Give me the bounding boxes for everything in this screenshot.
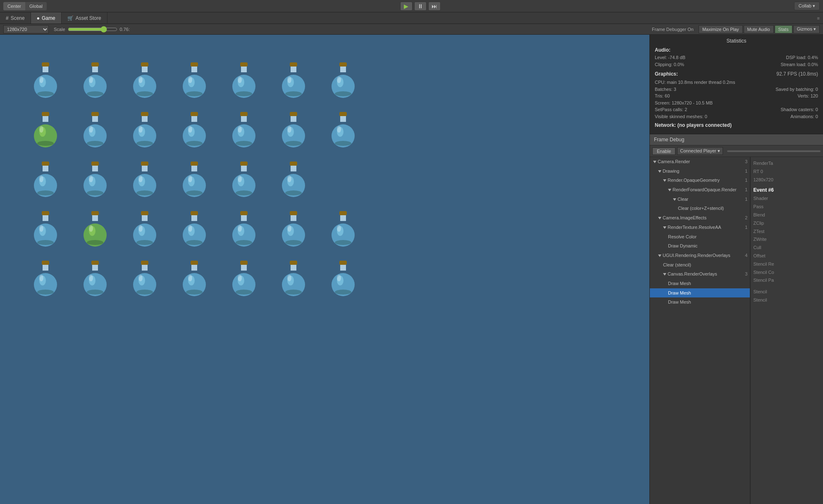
step-button[interactable]: ⏭ xyxy=(428,2,441,11)
bottle-0-0[interactable] xyxy=(25,59,66,101)
bottle-3-6[interactable] xyxy=(322,208,364,250)
tree-item-15[interactable]: Draw Mesh xyxy=(650,297,750,307)
collab-button[interactable]: Collab ▾ xyxy=(794,2,820,10)
global-btn[interactable]: Global xyxy=(25,2,47,10)
pause-button[interactable]: ⏸ xyxy=(414,2,427,11)
connected-player-btn[interactable]: Connected Player ▾ xyxy=(677,147,723,155)
svg-point-196 xyxy=(287,275,291,281)
bottle-1-5[interactable] xyxy=(273,109,314,150)
svg-rect-25 xyxy=(241,67,247,72)
animations: Animations: 0 xyxy=(790,113,818,120)
center-btn[interactable]: Center xyxy=(3,2,25,10)
bottle-3-4[interactable] xyxy=(223,208,265,250)
tree-item-12[interactable]: Canvas.RenderOverlays3 xyxy=(650,269,750,279)
bottle-1-1[interactable] xyxy=(74,109,116,150)
bottle-3-0[interactable] xyxy=(25,208,66,250)
bottle-4-4[interactable] xyxy=(223,258,265,299)
stencil-pa-label: Stencil Pa xyxy=(753,276,821,285)
bottle-4-1[interactable] xyxy=(74,258,116,299)
tree-item-5[interactable]: Clear (color+Z+stencil) xyxy=(650,204,750,213)
play-button[interactable]: ▶ xyxy=(400,2,413,11)
bottle-3-1[interactable] xyxy=(74,208,116,250)
svg-rect-192 xyxy=(290,261,297,265)
maximize-on-play-btn[interactable]: Maximize On Play xyxy=(699,25,743,33)
enable-button[interactable]: Enable xyxy=(652,147,675,155)
frame-tree[interactable]: Camera.Render3Drawing1Render.OpaqueGeome… xyxy=(650,157,750,504)
stats-btn[interactable]: Stats xyxy=(775,25,792,33)
frame-debug-body: Camera.Render3Drawing1Render.OpaqueGeome… xyxy=(650,157,823,504)
bottle-4-3[interactable] xyxy=(174,258,215,299)
bottle-2-6[interactable] xyxy=(322,159,364,200)
bottle-3-3[interactable] xyxy=(174,208,215,250)
bottle-2-1[interactable] xyxy=(74,159,116,200)
tree-item-0[interactable]: Camera.Render3 xyxy=(650,157,750,166)
bottle-2-2[interactable] xyxy=(124,159,165,200)
center-global-toggle[interactable]: Center Global xyxy=(3,2,47,10)
tree-item-3[interactable]: RenderForwardOpaque.Render1 xyxy=(650,185,750,195)
svg-point-130 xyxy=(89,225,93,232)
tree-item-13[interactable]: Draw Mesh xyxy=(650,279,750,288)
tree-item-9[interactable]: Draw Dynamic xyxy=(650,241,750,251)
bottle-3-5[interactable] xyxy=(273,208,314,250)
svg-rect-150 xyxy=(290,211,297,215)
svg-rect-73 xyxy=(291,116,296,122)
bottle-1-6[interactable] xyxy=(322,109,364,150)
bottle-4-0[interactable] xyxy=(25,258,66,299)
svg-point-77 xyxy=(285,141,302,146)
svg-rect-6 xyxy=(91,62,99,67)
svg-point-107 xyxy=(186,190,203,195)
svg-point-136 xyxy=(138,225,143,232)
svg-point-23 xyxy=(186,91,203,96)
bottle-0-4[interactable] xyxy=(223,59,265,101)
tab-scene[interactable]: # Scene xyxy=(0,12,31,24)
tree-item-10[interactable]: UGUI.Rendering.RenderOverlays4 xyxy=(650,251,750,260)
bottle-4-6[interactable] xyxy=(322,258,364,299)
svg-point-65 xyxy=(186,141,203,146)
svg-rect-127 xyxy=(92,215,98,221)
tab-game[interactable]: ● Game xyxy=(31,12,62,24)
bottle-1-3[interactable] xyxy=(174,109,215,150)
svg-rect-121 xyxy=(43,215,48,221)
svg-rect-156 xyxy=(339,211,347,215)
tree-item-1[interactable]: Drawing1 xyxy=(650,166,750,176)
svg-rect-169 xyxy=(92,265,98,271)
bottle-0-6[interactable] xyxy=(322,59,364,101)
svg-point-124 xyxy=(39,225,43,232)
tree-item-14[interactable]: Draw Mesh xyxy=(650,288,750,298)
mute-audio-btn[interactable]: Mute Audio xyxy=(744,25,774,33)
tree-item-7[interactable]: RenderTexture.ResolveAA1 xyxy=(650,223,750,232)
svg-point-101 xyxy=(136,190,153,195)
tree-item-11[interactable]: Clear (stencil) xyxy=(650,260,750,270)
svg-point-88 xyxy=(39,176,43,182)
scene-label: Scene xyxy=(11,15,25,21)
bottle-4-5[interactable] xyxy=(273,258,314,299)
svg-rect-0 xyxy=(42,62,49,67)
bottle-2-5[interactable] xyxy=(273,159,314,200)
tree-item-8[interactable]: Resolve Color xyxy=(650,232,750,242)
scale-slider[interactable] xyxy=(68,26,117,33)
svg-point-95 xyxy=(87,190,103,195)
bottle-0-1[interactable] xyxy=(74,59,116,101)
gizmos-btn[interactable]: Gizmos ▾ xyxy=(793,25,820,33)
svg-point-4 xyxy=(39,76,43,83)
tree-item-2[interactable]: Render.OpaqueGeometry1 xyxy=(650,176,750,185)
bottle-1-2[interactable] xyxy=(124,109,165,150)
bottle-0-5[interactable] xyxy=(273,59,314,101)
bottle-4-2[interactable] xyxy=(124,258,165,299)
tab-asset-store[interactable]: 🛒 Asset Store xyxy=(62,12,107,24)
tree-item-4[interactable]: Clear1 xyxy=(650,195,750,204)
bottle-2-0[interactable] xyxy=(25,159,66,200)
bottle-2-4[interactable] xyxy=(223,159,265,200)
panel-collapse-btn[interactable]: ≡ xyxy=(814,16,823,21)
frame-debug-panel: Frame Debug Enable Connected Player ▾ Ca… xyxy=(650,134,823,504)
bottle-0-3[interactable] xyxy=(174,59,215,101)
bottle-1-0[interactable] xyxy=(25,109,66,150)
screen: Screen: 1280x720 - 10.5 MB xyxy=(655,100,713,107)
bottle-1-4[interactable] xyxy=(223,109,265,150)
bottle-3-2[interactable] xyxy=(124,208,165,250)
bottle-2-3[interactable] xyxy=(174,159,215,200)
tree-item-6[interactable]: Camera.ImageEffects2 xyxy=(650,213,750,223)
resolution-select[interactable]: 1280x720 xyxy=(3,25,49,33)
rt-header: RenderTa xyxy=(753,159,821,168)
bottle-0-2[interactable] xyxy=(124,59,165,101)
